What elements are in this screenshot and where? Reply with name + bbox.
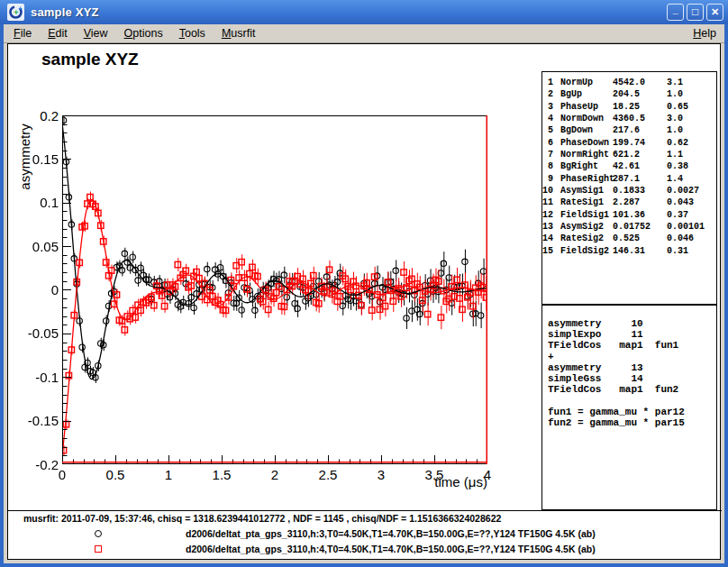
param-number: 6 bbox=[542, 137, 553, 149]
y-tick-label: 0.15 bbox=[21, 152, 59, 166]
param-error: 0.37 bbox=[667, 209, 716, 221]
param-name: RateSig1 bbox=[560, 197, 613, 208]
param-error: 0.38 bbox=[667, 160, 716, 172]
maximize-button[interactable]: □ bbox=[687, 4, 704, 21]
param-name: BgDown bbox=[560, 124, 613, 136]
y-tick-label: 0 bbox=[21, 283, 59, 297]
plot-title: sample XYZ bbox=[41, 50, 139, 69]
param-value: 42.61 bbox=[613, 160, 667, 172]
window-controls: _□✕ bbox=[667, 4, 723, 21]
parameter-row: 15FieldSig2146.310.31 bbox=[542, 245, 716, 257]
param-value: 101.36 bbox=[613, 209, 667, 221]
param-error: 0.31 bbox=[667, 245, 716, 257]
musrfit-window: + + sample XYZ _□✕ FileEditViewOptionsTo… bbox=[0, 0, 728, 567]
param-gap bbox=[553, 197, 560, 208]
menu-file[interactable]: File bbox=[5, 25, 40, 41]
param-error: 0.0027 bbox=[667, 185, 716, 197]
param-gap bbox=[553, 185, 560, 197]
param-value: 287.1 bbox=[613, 173, 667, 185]
param-gap bbox=[553, 245, 560, 257]
theory-line: + bbox=[548, 352, 716, 362]
param-error: 1.4 bbox=[667, 173, 716, 185]
param-gap bbox=[553, 221, 560, 233]
param-name: BgUp bbox=[560, 88, 613, 100]
param-number: 12 bbox=[542, 209, 553, 221]
menu-help[interactable]: Help bbox=[685, 25, 724, 41]
theory-line: asymmetry 13 bbox=[548, 362, 716, 373]
param-value: 0.01752 bbox=[613, 221, 667, 233]
parameter-row: 6PhaseDown199.740.62 bbox=[542, 137, 716, 149]
parameter-box[interactable]: 1NormUp4542.03.12BgUp204.51.03PhaseUp18.… bbox=[541, 71, 717, 305]
param-number: 1 bbox=[542, 77, 553, 88]
param-error: 0.043 bbox=[667, 197, 716, 208]
parameter-row: 5BgDown217.61.0 bbox=[542, 124, 716, 136]
param-value: 621.2 bbox=[613, 149, 667, 160]
param-value: 18.25 bbox=[613, 101, 667, 113]
param-gap bbox=[553, 113, 560, 124]
parameter-row: 13AsymSig20.017520.00101 bbox=[542, 221, 716, 233]
param-name: AsymSig2 bbox=[560, 221, 613, 233]
legend-row: d2006/deltat_pta_gps_3110,h:4,T0=4.50K,T… bbox=[8, 543, 722, 555]
parameter-row: 2BgUp204.51.0 bbox=[542, 88, 716, 100]
theory-line: fun2 = gamma_mu * par15 bbox=[548, 417, 716, 428]
param-name: FieldSig1 bbox=[560, 209, 613, 221]
theory-line: TFieldCos map1 fun1 bbox=[548, 340, 716, 351]
x-tick-label: 3.5 bbox=[414, 468, 454, 481]
menu-musrfit[interactable]: Musrfit bbox=[214, 25, 264, 41]
legend-label: d2006/deltat_pta_gps_3110,h:4,T0=4.50K,T… bbox=[186, 544, 596, 554]
param-value: 4360.5 bbox=[613, 113, 667, 124]
theory-box[interactable]: asymmetry 10simplExpo 11TFieldCos map1 f… bbox=[541, 305, 717, 510]
param-name: RateSig2 bbox=[560, 233, 613, 244]
parameter-row: 9PhaseRight287.11.4 bbox=[542, 173, 716, 185]
close-button[interactable]: ✕ bbox=[706, 4, 723, 21]
param-number: 10 bbox=[542, 185, 553, 197]
minimize-button[interactable]: _ bbox=[667, 4, 684, 21]
param-error: 1.0 bbox=[667, 124, 716, 136]
theory-line: asymmetry 10 bbox=[548, 318, 716, 329]
param-gap bbox=[553, 149, 560, 160]
x-tick-label: 0.5 bbox=[96, 468, 135, 481]
param-error: 0.046 bbox=[667, 233, 716, 244]
param-error: 1.1 bbox=[667, 149, 716, 160]
parameter-row: 10AsymSig10.18330.0027 bbox=[542, 185, 716, 197]
theory-line: simplExpo 11 bbox=[548, 329, 716, 340]
parameter-row: 3PhaseUp18.250.65 bbox=[542, 101, 716, 113]
y-tick-label: 0.05 bbox=[21, 240, 59, 253]
root-canvas[interactable]: sample XYZ asymmetry time (μs) 0.20.150.… bbox=[7, 43, 721, 560]
y-tick-label: 0.1 bbox=[21, 196, 59, 209]
x-tick-label: 0 bbox=[42, 468, 82, 481]
param-value: 0.1833 bbox=[613, 185, 667, 197]
x-tick-label: 2.5 bbox=[308, 468, 348, 481]
x-tick-label: 1.5 bbox=[202, 468, 241, 481]
legend-row: d2006/deltat_pta_gps_3110,h:3,T0=4.50K,T… bbox=[8, 527, 722, 540]
param-gap bbox=[553, 233, 560, 244]
theory-line bbox=[548, 395, 716, 406]
menu-options[interactable]: Options bbox=[116, 25, 171, 41]
param-error: 3.0 bbox=[667, 113, 716, 124]
param-gap bbox=[553, 124, 560, 136]
param-number: 5 bbox=[542, 124, 553, 136]
menu-edit[interactable]: Edit bbox=[40, 25, 76, 41]
param-value: 4542.0 bbox=[613, 77, 667, 88]
menubar: FileEditViewOptionsToolsMusrfit Help bbox=[4, 24, 724, 43]
param-gap bbox=[553, 137, 560, 149]
plot-canvas[interactable] bbox=[62, 115, 487, 464]
param-gap bbox=[553, 88, 560, 100]
param-error: 1.0 bbox=[667, 88, 716, 100]
param-error: 3.1 bbox=[667, 77, 716, 88]
param-error: 0.62 bbox=[667, 137, 716, 149]
param-gap bbox=[553, 209, 560, 221]
param-name: BgRight bbox=[560, 160, 613, 172]
titlebar[interactable]: + + sample XYZ _□✕ bbox=[0, 0, 728, 24]
menu-view[interactable]: View bbox=[76, 25, 116, 41]
param-number: 14 bbox=[542, 233, 553, 244]
param-value: 217.6 bbox=[613, 124, 667, 136]
param-value: 199.74 bbox=[613, 137, 667, 149]
menu-tools[interactable]: Tools bbox=[171, 25, 214, 41]
param-number: 8 bbox=[542, 160, 553, 172]
status-divider bbox=[8, 510, 722, 511]
y-tick-label: -0.1 bbox=[21, 370, 59, 384]
parameter-row: 1NormUp4542.03.1 bbox=[542, 77, 716, 88]
parameter-row: 7NormRight621.21.1 bbox=[542, 149, 716, 160]
x-tick-label: 4 bbox=[468, 468, 507, 481]
